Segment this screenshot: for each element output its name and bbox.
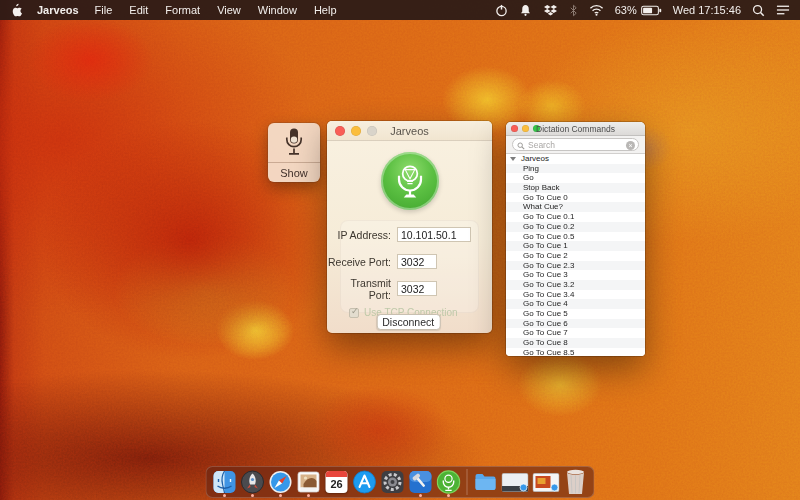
minimize-button[interactable]	[351, 126, 361, 136]
close-button[interactable]	[335, 126, 345, 136]
active-app-menu[interactable]: Jarveos	[37, 4, 79, 16]
dock-separator	[467, 469, 468, 495]
dock-minimized-window-2[interactable]	[533, 468, 560, 496]
clear-search-icon[interactable]: ×	[626, 141, 635, 150]
bluetooth-menu[interactable]	[569, 4, 578, 17]
receive-port-field[interactable]	[397, 254, 437, 269]
dock-minimized-window-1[interactable]	[502, 468, 529, 496]
ip-address-field[interactable]	[397, 227, 471, 242]
minimize-button[interactable]	[522, 125, 529, 132]
disconnect-button[interactable]: Disconnect	[376, 314, 440, 330]
traffic-lights	[511, 125, 540, 132]
menu-bar-clock[interactable]: Wed 17:15:46	[673, 4, 741, 16]
command-list-item[interactable]: Go To Cue 2	[506, 251, 645, 261]
command-list-item[interactable]: Go To Cue 3	[506, 270, 645, 280]
receive-port-row: Receive Port:	[327, 254, 492, 269]
command-list-item[interactable]: Go To Cue 2.3	[506, 261, 645, 271]
menu-item[interactable]: File	[95, 4, 113, 16]
group-label: Jarveos	[521, 154, 549, 163]
running-indicator	[307, 494, 310, 497]
gear-icon	[381, 470, 405, 494]
dictation-titlebar[interactable]: Dictation Commands	[506, 122, 645, 136]
zoom-button[interactable]	[533, 125, 540, 132]
command-list-item[interactable]: What Cue?	[506, 202, 645, 212]
bell-icon	[519, 4, 532, 17]
search-field[interactable]: ×	[512, 138, 639, 151]
command-list-item[interactable]: Go To Cue 0.2	[506, 222, 645, 232]
dock-jarveos[interactable]	[437, 468, 461, 496]
menu-item[interactable]: Window	[258, 4, 297, 16]
command-list-item[interactable]: Go To Cue 0	[506, 193, 645, 203]
bulb-microphone-icon	[388, 159, 432, 203]
ip-address-row: IP Address:	[327, 227, 492, 242]
close-button[interactable]	[511, 125, 518, 132]
menu-item[interactable]: Edit	[129, 4, 148, 16]
power-icon	[495, 4, 508, 17]
battery-menu[interactable]: 63%	[615, 4, 662, 16]
menu-item[interactable]: Help	[314, 4, 337, 16]
mic-button[interactable]	[268, 123, 320, 163]
dock-safari[interactable]	[269, 468, 293, 496]
traffic-lights	[335, 126, 377, 136]
command-list-item[interactable]: Go	[506, 173, 645, 183]
dock-documents-folder[interactable]	[474, 468, 498, 496]
running-indicator	[223, 494, 226, 497]
spotlight-menu[interactable]	[752, 4, 765, 17]
command-list-item[interactable]: Go To Cue 3.4	[506, 290, 645, 300]
command-list-item[interactable]: Go To Cue 1	[506, 241, 645, 251]
command-list-item[interactable]: Go To Cue 8.5	[506, 348, 645, 356]
dock-calendar[interactable]: 26	[325, 468, 349, 496]
command-list-item[interactable]: Go To Cue 3.2	[506, 280, 645, 290]
dock-launchpad[interactable]	[241, 468, 265, 496]
trash-icon	[565, 469, 587, 495]
jarveos-window: Jarveos IP Address: Receive Port: Transm…	[327, 121, 492, 333]
minimized-window-icon	[502, 473, 529, 492]
receive-port-label: Receive Port:	[327, 256, 397, 268]
command-list-item[interactable]: Go To Cue 0.5	[506, 232, 645, 242]
command-list-item[interactable]: Go To Cue 6	[506, 319, 645, 329]
menu-bar-status-area: 63% Wed 17:15:46	[495, 4, 790, 17]
search-input[interactable]	[528, 140, 624, 150]
jarveos-app-icon	[381, 152, 439, 210]
power-status-icon[interactable]	[495, 4, 508, 17]
command-list-item[interactable]: Go To Cue 7	[506, 328, 645, 338]
xcode-icon	[409, 470, 433, 494]
dock-system-preferences[interactable]	[381, 468, 405, 496]
disclosure-triangle-icon[interactable]	[510, 157, 516, 161]
menu-item[interactable]: View	[217, 4, 241, 16]
jarveos-icon	[437, 470, 461, 494]
tcp-checkbox-disabled	[349, 308, 359, 318]
dock-xcode[interactable]	[409, 468, 433, 496]
running-indicator	[251, 494, 254, 497]
command-list-item[interactable]: Ping	[506, 164, 645, 174]
command-group-header[interactable]: Jarveos	[506, 154, 645, 164]
command-list-item[interactable]: Go To Cue 5	[506, 309, 645, 319]
notifications-menu[interactable]	[519, 4, 532, 17]
command-list-item[interactable]: Stop Back	[506, 183, 645, 193]
command-list-item[interactable]: Go To Cue 8	[506, 338, 645, 348]
apple-menu[interactable]	[10, 3, 23, 18]
jarveos-titlebar[interactable]: Jarveos	[327, 121, 492, 141]
minimized-window-icon	[533, 473, 560, 492]
wifi-menu[interactable]	[589, 4, 604, 16]
menu-item[interactable]: Format	[165, 4, 200, 16]
dictation-mic-panel: Show	[268, 123, 320, 182]
search-icon	[752, 4, 765, 17]
transmit-port-field[interactable]	[397, 281, 437, 296]
dock: 26	[206, 466, 595, 498]
notification-center-menu[interactable]	[776, 4, 790, 16]
dock-app-store[interactable]	[353, 468, 377, 496]
show-button[interactable]: Show	[268, 163, 320, 182]
commands-list: Jarveos PingGoStop BackGo To Cue 0What C…	[506, 154, 645, 356]
dock-trash[interactable]	[564, 468, 588, 496]
dock-finder[interactable]	[213, 468, 237, 496]
command-list-item[interactable]: Go To Cue 4	[506, 299, 645, 309]
wifi-icon	[589, 4, 604, 16]
preview-icon	[297, 470, 321, 494]
safari-icon	[269, 470, 293, 494]
dropbox-menu[interactable]	[543, 4, 558, 17]
dropbox-icon	[543, 4, 558, 17]
command-list-item[interactable]: Go To Cue 0.1	[506, 212, 645, 222]
app-store-icon	[353, 470, 377, 494]
dock-preview[interactable]	[297, 468, 321, 496]
